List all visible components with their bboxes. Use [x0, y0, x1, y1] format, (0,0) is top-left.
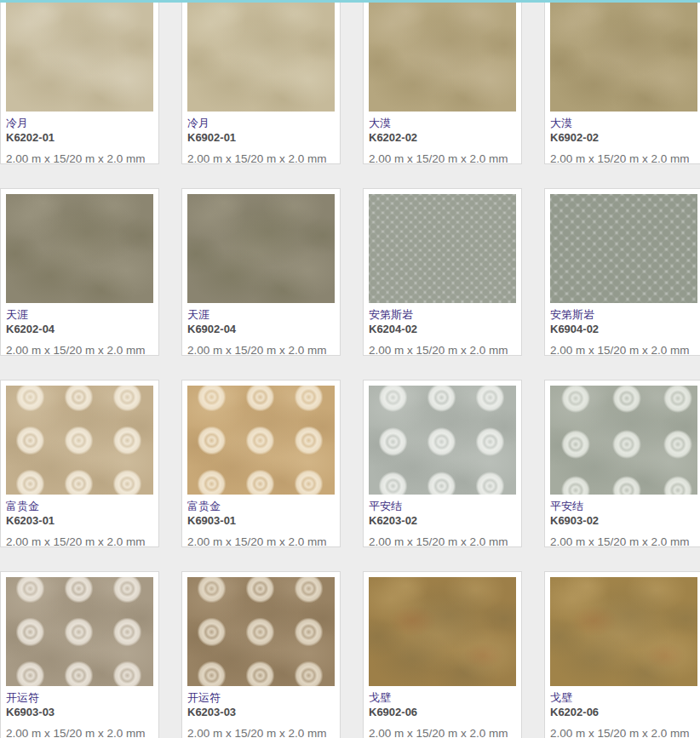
product-dimensions: 2.00 m x 15/20 m x 2.0 mm	[550, 727, 697, 738]
product-swatch[interactable]	[187, 386, 335, 495]
product-dimensions: 2.00 m x 15/20 m x 2.0 mm	[187, 152, 335, 166]
product-name-link[interactable]: 大漠	[550, 117, 697, 130]
product-code: K6203-03	[187, 706, 335, 719]
product-card[interactable]: 大漠 K6902-02 2.00 m x 15/20 m x 2.0 mm	[544, 0, 700, 164]
product-swatch[interactable]	[6, 194, 153, 303]
product-swatch[interactable]	[369, 577, 516, 686]
product-code: K6902-04	[187, 323, 335, 336]
top-accent-line	[0, 0, 700, 3]
product-dimensions: 2.00 m x 15/20 m x 2.0 mm	[369, 152, 516, 166]
product-dimensions: 2.00 m x 15/20 m x 2.0 mm	[187, 344, 335, 358]
product-card[interactable]: 冷月 K6202-01 2.00 m x 15/20 m x 2.0 mm	[0, 0, 159, 164]
product-code: K6202-02	[369, 131, 516, 145]
product-name-link[interactable]: 戈壁	[550, 691, 697, 705]
product-card[interactable]: 开运符 K6903-03 2.00 m x 15/20 m x 2.0 mm	[0, 571, 159, 738]
product-swatch[interactable]	[550, 577, 697, 686]
product-name-link[interactable]: 冷月	[187, 117, 335, 130]
product-dimensions: 2.00 m x 15/20 m x 2.0 mm	[6, 727, 153, 738]
product-swatch[interactable]	[187, 194, 335, 303]
product-name-link[interactable]: 安第斯岩	[550, 308, 697, 322]
product-code: K6902-02	[550, 131, 697, 145]
product-card[interactable]: 大漠 K6202-02 2.00 m x 15/20 m x 2.0 mm	[363, 0, 522, 164]
product-dimensions: 2.00 m x 15/20 m x 2.0 mm	[187, 535, 335, 549]
product-swatch[interactable]	[550, 386, 697, 495]
product-dimensions: 2.00 m x 15/20 m x 2.0 mm	[369, 344, 516, 358]
product-name-link[interactable]: 天涯	[187, 308, 335, 322]
product-swatch[interactable]	[6, 3, 153, 112]
product-code: K6903-02	[550, 514, 697, 528]
product-swatch[interactable]	[187, 3, 335, 112]
product-swatch[interactable]	[6, 386, 153, 495]
product-dimensions: 2.00 m x 15/20 m x 2.0 mm	[187, 727, 335, 738]
product-name-link[interactable]: 富贵金	[6, 500, 153, 513]
product-code: K6204-02	[369, 323, 516, 336]
product-dimensions: 2.00 m x 15/20 m x 2.0 mm	[6, 344, 153, 358]
product-code: K6903-01	[187, 514, 335, 528]
product-dimensions: 2.00 m x 15/20 m x 2.0 mm	[550, 152, 697, 166]
product-grid: 冷月 K6202-01 2.00 m x 15/20 m x 2.0 mm 冷月…	[0, 0, 700, 738]
product-dimensions: 2.00 m x 15/20 m x 2.0 mm	[550, 344, 697, 358]
product-name-link[interactable]: 冷月	[6, 117, 153, 130]
product-code: K6202-01	[6, 131, 153, 145]
product-card[interactable]: 戈壁 K6202-06 2.00 m x 15/20 m x 2.0 mm	[544, 571, 700, 738]
product-swatch[interactable]	[369, 386, 516, 495]
product-name-link[interactable]: 开运符	[187, 691, 335, 705]
product-code: K6903-03	[6, 706, 153, 719]
product-card[interactable]: 开运符 K6203-03 2.00 m x 15/20 m x 2.0 mm	[181, 571, 341, 738]
product-name-link[interactable]: 开运符	[6, 691, 153, 705]
product-dimensions: 2.00 m x 15/20 m x 2.0 mm	[369, 535, 516, 549]
product-name-link[interactable]: 平安结	[550, 500, 697, 513]
product-name-link[interactable]: 戈壁	[369, 691, 516, 705]
product-code: K6203-02	[369, 514, 516, 528]
product-card[interactable]: 天涯 K6902-04 2.00 m x 15/20 m x 2.0 mm	[181, 188, 341, 356]
product-dimensions: 2.00 m x 15/20 m x 2.0 mm	[6, 152, 153, 166]
product-card[interactable]: 戈壁 K6902-06 2.00 m x 15/20 m x 2.0 mm	[363, 571, 522, 738]
product-card[interactable]: 安第斯岩 K6204-02 2.00 m x 15/20 m x 2.0 mm	[363, 188, 522, 356]
product-name-link[interactable]: 安第斯岩	[369, 308, 516, 322]
product-code: K6902-01	[187, 131, 335, 145]
product-name-link[interactable]: 天涯	[6, 308, 153, 322]
product-dimensions: 2.00 m x 15/20 m x 2.0 mm	[550, 535, 697, 549]
product-swatch[interactable]	[6, 577, 153, 686]
product-card[interactable]: 平安结 K6903-02 2.00 m x 15/20 m x 2.0 mm	[544, 380, 700, 547]
product-code: K6902-06	[369, 706, 516, 719]
product-name-link[interactable]: 富贵金	[187, 500, 335, 513]
product-swatch[interactable]	[369, 3, 516, 112]
product-code: K6904-02	[550, 323, 697, 336]
product-swatch[interactable]	[550, 194, 697, 303]
product-code: K6203-01	[6, 514, 153, 528]
product-swatch[interactable]	[369, 194, 516, 303]
product-card[interactable]: 天涯 K6202-04 2.00 m x 15/20 m x 2.0 mm	[0, 188, 159, 356]
product-swatch[interactable]	[187, 577, 335, 686]
product-card[interactable]: 冷月 K6902-01 2.00 m x 15/20 m x 2.0 mm	[181, 0, 341, 164]
product-name-link[interactable]: 大漠	[369, 117, 516, 130]
product-card[interactable]: 富贵金 K6203-01 2.00 m x 15/20 m x 2.0 mm	[0, 380, 159, 547]
product-dimensions: 2.00 m x 15/20 m x 2.0 mm	[6, 535, 153, 549]
product-card[interactable]: 安第斯岩 K6904-02 2.00 m x 15/20 m x 2.0 mm	[544, 188, 700, 356]
product-card[interactable]: 平安结 K6203-02 2.00 m x 15/20 m x 2.0 mm	[363, 380, 522, 547]
product-dimensions: 2.00 m x 15/20 m x 2.0 mm	[369, 727, 516, 738]
product-card[interactable]: 富贵金 K6903-01 2.00 m x 15/20 m x 2.0 mm	[181, 380, 341, 547]
product-code: K6202-06	[550, 706, 697, 719]
product-name-link[interactable]: 平安结	[369, 500, 516, 513]
product-code: K6202-04	[6, 323, 153, 336]
product-swatch[interactable]	[550, 3, 697, 112]
